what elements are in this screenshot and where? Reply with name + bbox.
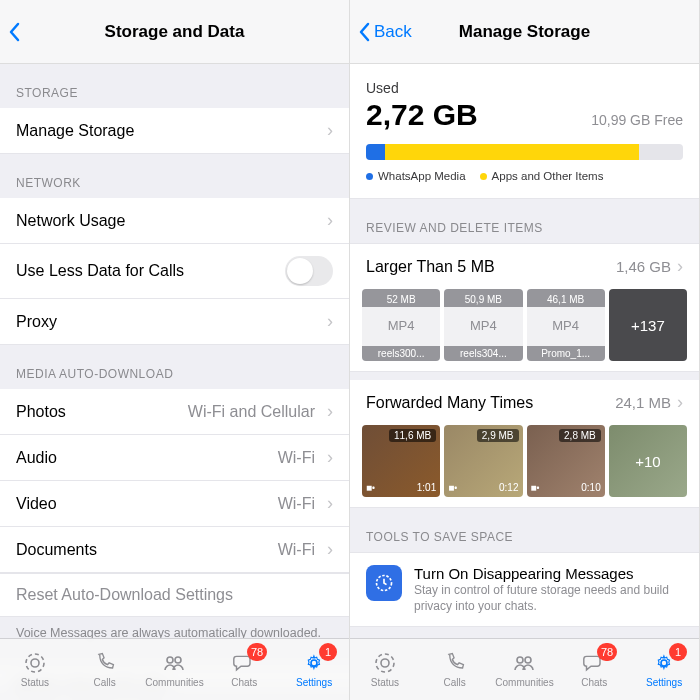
row-label: Use Less Data for Calls	[16, 262, 184, 280]
video-thumb[interactable]: 2,8 MB ■• 0:10	[527, 425, 605, 497]
documents-row[interactable]: Documents Wi-Fi ›	[0, 527, 349, 573]
use-less-data-row: Use Less Data for Calls	[0, 244, 349, 299]
svg-point-2	[167, 657, 173, 663]
row-label: Audio	[16, 449, 57, 467]
tab-calls[interactable]: Calls	[420, 639, 490, 700]
chevron-right-icon: ›	[677, 256, 683, 277]
row-label: Network Usage	[16, 212, 125, 230]
thumb-duration: 0:12	[499, 482, 518, 493]
row-label: Manage Storage	[16, 122, 134, 140]
row-label: Larger Than 5 MB	[366, 258, 495, 276]
back-button[interactable]	[8, 0, 22, 63]
row-size: 24,1 MB	[615, 394, 671, 411]
chats-badge: 78	[247, 643, 267, 661]
chevron-right-icon: ›	[677, 392, 683, 413]
manage-storage-row[interactable]: Manage Storage ›	[0, 108, 349, 154]
chevron-right-icon: ›	[327, 401, 333, 422]
chats-badge: 78	[597, 643, 617, 661]
tab-status[interactable]: Status	[0, 639, 70, 700]
section-header-autodl: MEDIA AUTO-DOWNLOAD	[0, 345, 349, 389]
back-button[interactable]: Back	[358, 0, 412, 63]
legend-apps: Apps and Other Items	[480, 170, 604, 182]
thumb-filesize: 2,9 MB	[477, 429, 519, 442]
thumb-ext: MP4	[388, 318, 415, 333]
more-count: +137	[631, 317, 665, 334]
toggle-knob	[287, 258, 313, 284]
svg-point-8	[517, 657, 523, 663]
used-value: 2,72 GB	[366, 98, 478, 132]
section-header-storage: STORAGE	[0, 64, 349, 108]
network-usage-row[interactable]: Network Usage ›	[0, 198, 349, 244]
section-header-network: NETWORK	[0, 154, 349, 198]
tab-label: Communities	[495, 677, 553, 688]
svg-point-9	[525, 657, 531, 663]
thumb-filesize: 2,8 MB	[559, 429, 601, 442]
more-thumb[interactable]: +10	[609, 425, 687, 497]
tab-status[interactable]: Status	[350, 639, 420, 700]
phone-icon	[442, 651, 468, 675]
tab-settings[interactable]: 1 Settings	[279, 639, 349, 700]
section-header-review: REVIEW AND DELETE ITEMS	[350, 199, 699, 243]
settings-list: STORAGE Manage Storage › NETWORK Network…	[0, 64, 349, 700]
photos-row[interactable]: Photos Wi-Fi and Cellular ›	[0, 389, 349, 435]
storage-legend: WhatsApp Media Apps and Other Items	[366, 170, 683, 182]
camera-icon: ■•	[366, 482, 375, 493]
forwarded-many-times-row[interactable]: Forwarded Many Times 24,1 MB ›	[350, 380, 699, 425]
row-label: Video	[16, 495, 57, 513]
forwarded-thumbs: 11,6 MB ■• 1:01 2,9 MB ■• 0:12 2,8 MB ■•…	[350, 425, 699, 508]
svg-point-7	[381, 659, 389, 667]
chevron-left-icon	[8, 22, 22, 42]
used-label: Used	[366, 80, 683, 96]
section-header-tools: TOOLS TO SAVE SPACE	[350, 508, 699, 552]
tab-bar: Status Calls Communities 78 Chats 1 Sett…	[350, 638, 699, 700]
tab-communities[interactable]: Communities	[140, 639, 210, 700]
phone-icon	[92, 651, 118, 675]
svg-point-0	[26, 654, 44, 672]
legend-label: Apps and Other Items	[492, 170, 604, 182]
tab-calls[interactable]: Calls	[70, 639, 140, 700]
tab-label: Calls	[444, 677, 466, 688]
disappearing-messages-row[interactable]: Turn On Disappearing Messages Stay in co…	[350, 552, 699, 627]
video-row[interactable]: Video Wi-Fi ›	[0, 481, 349, 527]
thumb-filename: reels300...	[362, 346, 440, 361]
free-value: 10,99 GB Free	[591, 112, 683, 128]
storage-and-data-screen: Storage and Data STORAGE Manage Storage …	[0, 0, 350, 700]
proxy-row[interactable]: Proxy ›	[0, 299, 349, 345]
tab-communities[interactable]: Communities	[490, 639, 560, 700]
thumb-filesize: 50,9 MB	[444, 293, 522, 306]
file-thumb[interactable]: 50,9 MB MP4 reels304...	[444, 289, 522, 361]
file-thumb[interactable]: 46,1 MB MP4 Promo_1...	[527, 289, 605, 361]
row-detail: Wi-Fi	[278, 495, 321, 513]
more-thumb[interactable]: +137	[609, 289, 687, 361]
status-icon	[22, 651, 48, 675]
file-thumb[interactable]: 52 MB MP4 reels300...	[362, 289, 440, 361]
row-label: Photos	[16, 403, 66, 421]
tab-label: Chats	[231, 677, 257, 688]
row-detail: Wi-Fi	[278, 541, 321, 559]
thumb-duration: 0:10	[581, 482, 600, 493]
tab-label: Status	[21, 677, 49, 688]
tab-label: Status	[371, 677, 399, 688]
tab-label: Calls	[94, 677, 116, 688]
storage-bar-whatsapp	[366, 144, 385, 160]
video-thumb[interactable]: 11,6 MB ■• 1:01	[362, 425, 440, 497]
tab-settings[interactable]: 1 Settings	[629, 639, 699, 700]
settings-badge: 1	[319, 643, 337, 661]
tab-bar: Status Calls Communities 78 Chats 1 Sett…	[0, 638, 349, 700]
tab-chats[interactable]: 78 Chats	[559, 639, 629, 700]
tab-chats[interactable]: 78 Chats	[209, 639, 279, 700]
tab-label: Chats	[581, 677, 607, 688]
row-detail: Wi-Fi	[278, 449, 321, 467]
larger-than-5mb-row[interactable]: Larger Than 5 MB 1,46 GB ›	[350, 243, 699, 289]
tools-title: Turn On Disappearing Messages	[414, 565, 683, 582]
reset-autodl-row[interactable]: Reset Auto-Download Settings	[0, 573, 349, 617]
tab-label: Settings	[296, 677, 332, 688]
use-less-data-toggle[interactable]	[285, 256, 333, 286]
chevron-right-icon: ›	[327, 539, 333, 560]
audio-row[interactable]: Audio Wi-Fi ›	[0, 435, 349, 481]
communities-icon	[161, 651, 187, 675]
legend-whatsapp: WhatsApp Media	[366, 170, 466, 182]
nav-bar: Back Manage Storage	[350, 0, 699, 64]
video-thumb[interactable]: 2,9 MB ■• 0:12	[444, 425, 522, 497]
settings-badge: 1	[669, 643, 687, 661]
